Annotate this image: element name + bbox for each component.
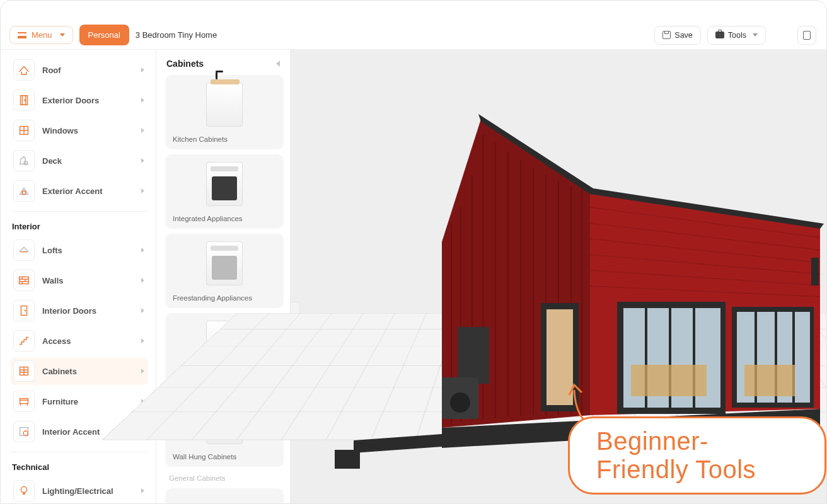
project-title: 3 Bedroom Tiny Home <box>136 30 217 40</box>
cabinet-icon <box>17 364 31 378</box>
sidebar-item-walls[interactable]: Walls <box>11 266 148 294</box>
integrated-appliance-thumb <box>206 162 243 206</box>
svg-rect-53 <box>795 312 810 403</box>
svg-rect-7 <box>21 306 26 316</box>
svg-rect-14 <box>335 450 360 469</box>
chevron-right-icon <box>141 188 144 193</box>
topbar: Menu Personal 3 Bedroom Tiny Home Save T… <box>1 21 826 50</box>
kitchen-cabinet-thumb <box>206 83 243 127</box>
stairs-icon <box>17 334 31 348</box>
document-icon <box>803 31 811 40</box>
interior-accent-icon <box>17 425 31 438</box>
svg-rect-56 <box>744 365 795 396</box>
svg-rect-54 <box>811 258 819 285</box>
hamburger-icon <box>18 32 26 38</box>
mode-badge[interactable]: Personal <box>79 25 129 45</box>
accent-icon <box>17 184 31 198</box>
chevron-right-icon <box>141 248 144 253</box>
menu-label: Menu <box>32 30 52 40</box>
deck-icon <box>17 154 31 168</box>
tools-button[interactable]: Tools <box>707 26 766 45</box>
sidebar-item-access[interactable]: Access <box>11 327 148 355</box>
svg-rect-55 <box>631 365 707 396</box>
panel-title: Cabinets <box>166 59 204 69</box>
svg-point-43 <box>450 392 470 413</box>
menu-button[interactable]: Menu <box>9 26 73 44</box>
door-icon <box>17 93 31 107</box>
interior-heading: Interior <box>12 222 148 231</box>
svg-point-12 <box>23 431 28 435</box>
svg-rect-41 <box>458 327 489 384</box>
viewport-3d[interactable]: Beginner-Friendly Tools <box>291 50 826 503</box>
panel-back-button[interactable] <box>276 60 280 67</box>
subcat-integrated-appliances[interactable]: Integrated Appliances <box>165 154 284 229</box>
chevron-right-icon <box>141 128 144 133</box>
sidebar-item-lofts[interactable]: Lofts <box>11 236 148 264</box>
chevron-right-icon <box>141 98 144 103</box>
sidebar-item-exterior-accent[interactable]: Exterior Accent <box>11 177 148 205</box>
sidebar-item-lighting[interactable]: Lighting/Electrical <box>11 477 148 503</box>
subcat-general-cabinets[interactable]: General Cabinets <box>165 472 284 488</box>
furniture-icon <box>17 394 31 408</box>
sidebar-item-windows[interactable]: Windows <box>11 117 148 144</box>
app-frame: Menu Personal 3 Bedroom Tiny Home Save T… <box>0 0 827 504</box>
svg-point-13 <box>21 487 26 493</box>
roof-icon <box>17 63 31 77</box>
svg-point-2 <box>24 100 25 100</box>
chevron-right-icon <box>141 67 144 72</box>
wall-icon <box>17 273 31 287</box>
export-button[interactable] <box>797 26 816 45</box>
lightbulb-icon <box>17 484 31 498</box>
svg-point-5 <box>22 191 26 195</box>
sidebar-item-exterior-doors[interactable]: Exterior Doors <box>11 86 148 114</box>
chevron-right-icon <box>141 278 144 283</box>
save-icon <box>662 31 671 39</box>
subcat-kitchen-cabinets[interactable]: Kitchen Cabinets <box>165 75 284 149</box>
svg-point-8 <box>25 310 25 311</box>
sidebar-item-roof[interactable]: Roof <box>11 56 148 84</box>
freestanding-appliance-thumb <box>206 241 243 285</box>
svg-rect-6 <box>20 277 29 284</box>
briefcase-icon <box>715 32 724 38</box>
subcat-placeholder[interactable] <box>165 488 284 503</box>
chevron-right-icon <box>141 158 144 163</box>
sidebar-item-deck[interactable]: Deck <box>11 147 148 175</box>
chevron-right-icon <box>141 338 144 343</box>
chevron-right-icon <box>141 308 144 313</box>
technical-heading: Technical <box>12 462 148 472</box>
save-button[interactable]: Save <box>654 26 701 45</box>
subcat-freestanding-appliances[interactable]: Freestanding Appliances <box>165 234 284 308</box>
loft-icon <box>17 243 31 257</box>
sidebar-item-furniture[interactable]: Furniture <box>11 387 148 415</box>
svg-rect-10 <box>20 400 28 404</box>
callout-pill: Beginner-Friendly Tools <box>568 416 826 495</box>
chevron-right-icon <box>141 488 144 493</box>
window-icon <box>17 123 31 137</box>
chevron-down-icon <box>753 33 758 37</box>
chevron-down-icon <box>60 33 65 37</box>
interior-door-icon <box>17 304 31 318</box>
chevron-right-icon <box>141 369 144 374</box>
sidebar-item-cabinets[interactable]: Cabinets <box>11 357 148 385</box>
sidebar-item-interior-doors[interactable]: Interior Doors <box>11 297 148 324</box>
